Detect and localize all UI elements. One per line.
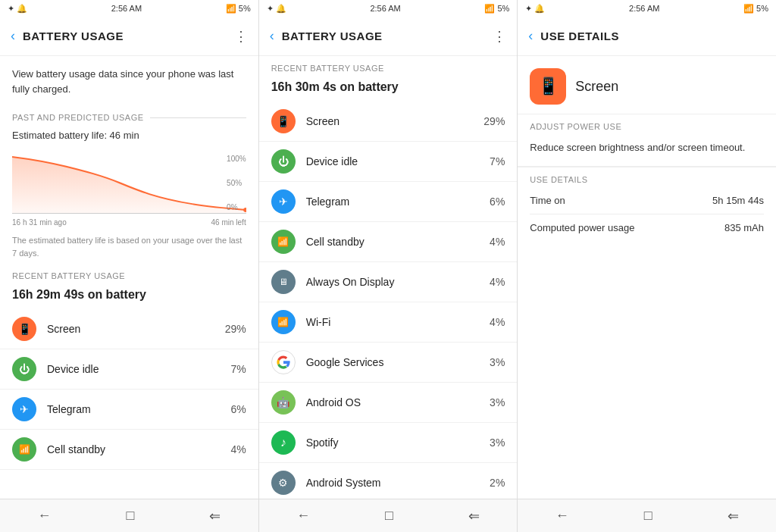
- panel1-more-button[interactable]: ⋮: [234, 28, 248, 45]
- app-item-aod-p2[interactable]: 🖥 Always On Display 4%: [259, 262, 518, 302]
- status-right-battery: 📶 5%: [743, 4, 768, 14]
- computed-power-label: Computed power usage: [530, 222, 634, 233]
- panel1-title: BATTERY USAGE: [23, 30, 234, 42]
- time-on-value: 5h 15m 44s: [712, 195, 764, 206]
- app-item-screen-p2[interactable]: 📱 Screen 29%: [259, 102, 518, 142]
- wifi-pct-p2: 4%: [490, 316, 505, 328]
- google-pct-p2: 3%: [490, 356, 505, 368]
- panel1-back-button[interactable]: ‹: [11, 28, 15, 44]
- telegram-icon-p1: ✈: [12, 397, 36, 421]
- panel3-back-button[interactable]: ‹: [528, 28, 533, 44]
- status-bar: ✦ 🔔 2:56 AM 📶 5% ✦ 🔔 2:56 AM 📶 5% ✦ 🔔 2:…: [0, 0, 776, 17]
- panel2-back-button[interactable]: ‹: [270, 28, 274, 44]
- device-idle-pct-p2: 7%: [490, 155, 505, 167]
- time-on-row: Time on 5h 15m 44s: [518, 187, 776, 214]
- cell-standby-pct-p2: 4%: [490, 236, 505, 248]
- app-item-telegram-p1[interactable]: ✈ Telegram 6%: [0, 390, 258, 430]
- panel2-header: ‹ BATTERY USAGE ⋮: [259, 17, 518, 56]
- screen-name-p1: Screen: [47, 323, 225, 335]
- nav-bar-1: ← □ ⇐: [0, 499, 259, 532]
- status-left-battery: 📶 5%: [226, 4, 251, 14]
- screen-pct-p1: 29%: [225, 323, 246, 335]
- status-mid-time: 2:56 AM: [370, 4, 400, 13]
- nav-recent-3[interactable]: ⇐: [718, 502, 748, 530]
- panel-use-details: ‹ USE DETAILS 📱 Screen ADJUST POWER USE …: [518, 17, 776, 499]
- nav-recent-1[interactable]: ⇐: [200, 502, 230, 530]
- chart-svg: [12, 153, 246, 213]
- computed-power-value: 835 mAh: [724, 222, 764, 233]
- google-name-p2: Google Services: [306, 356, 490, 368]
- status-left-icons: ✦ 🔔: [8, 4, 27, 14]
- screen-pct-p2: 29%: [483, 115, 505, 127]
- chart-time-labels: 16 h 31 min ago 46 min left: [12, 217, 246, 233]
- panel1-header: ‹ BATTERY USAGE ⋮: [0, 17, 258, 56]
- panel2-title: BATTERY USAGE: [282, 30, 493, 42]
- estimated-life: Estimated battery life: 46 min: [0, 127, 258, 149]
- android-icon-p2: 🤖: [271, 390, 296, 415]
- app-item-wifi-p2[interactable]: 📶 Wi-Fi 4%: [259, 302, 518, 343]
- panel2-recent-time: 16h 30m 4s on battery: [259, 76, 518, 102]
- android-sys-pct-p2: 2%: [490, 477, 505, 489]
- panel-battery-overview: ‹ BATTERY USAGE ⋮ View battery usage dat…: [0, 17, 259, 499]
- chart-time-left: 16 h 31 min ago: [12, 218, 67, 227]
- app-item-cell-p2[interactable]: 📶 Cell standby 4%: [259, 222, 518, 262]
- app-item-device-idle-p2[interactable]: ⏻ Device idle 7%: [259, 142, 518, 182]
- status-bar-middle: ✦ 🔔 2:56 AM 📶 5%: [259, 0, 518, 17]
- adjust-power-label: ADJUST POWER USE: [518, 114, 776, 134]
- status-mid-battery: 📶 5%: [484, 4, 509, 14]
- status-bar-left: ✦ 🔔 2:56 AM 📶 5%: [0, 0, 259, 17]
- telegram-name-p2: Telegram: [306, 196, 490, 208]
- app-item-telegram-p2[interactable]: ✈ Telegram 6%: [259, 182, 518, 222]
- telegram-icon-p2: ✈: [271, 189, 296, 214]
- use-details-app-header: 📱 Screen: [518, 56, 776, 114]
- app-item-device-idle-p1[interactable]: ⏻ Device idle 7%: [0, 349, 258, 390]
- panel2-more-button[interactable]: ⋮: [493, 28, 506, 45]
- cell-standby-name-p2: Cell standby: [306, 236, 490, 248]
- google-icon-p2: [271, 350, 296, 374]
- chart-50: 50%: [227, 179, 246, 187]
- app-item-android-sys-p2[interactable]: ⚙ Android System 2%: [259, 463, 518, 499]
- intro-text: View battery usage data since your phone…: [0, 56, 258, 104]
- app-item-screen-p1[interactable]: 📱 Screen 29%: [0, 309, 258, 349]
- time-on-label: Time on: [530, 195, 565, 206]
- status-left-time: 2:56 AM: [111, 4, 142, 13]
- android-pct-p2: 3%: [490, 396, 505, 408]
- nav-home-1[interactable]: □: [117, 502, 143, 530]
- use-details-section-label: USE DETAILS: [518, 167, 776, 187]
- cell-standby-icon-p2: 📶: [271, 230, 296, 254]
- chart-labels: 100% 50% 0%: [227, 153, 246, 213]
- panel1-recent-label: RECENT BATTERY USAGE: [0, 267, 258, 283]
- nav-back-1[interactable]: ←: [28, 502, 60, 530]
- spotify-pct-p2: 3%: [490, 437, 505, 449]
- estimated-note: The estimated battery life is based on y…: [0, 233, 258, 267]
- nav-bar-2: ← □ ⇐: [259, 499, 518, 532]
- screen-icon-large: 📱: [530, 68, 566, 105]
- app-item-cell-p1[interactable]: 📶 Cell standby 4%: [0, 430, 258, 470]
- app-item-android-p2[interactable]: 🤖 Android OS 3%: [259, 383, 518, 423]
- aod-pct-p2: 4%: [490, 276, 505, 288]
- telegram-name-p1: Telegram: [47, 403, 230, 415]
- status-right-time: 2:56 AM: [629, 4, 659, 13]
- panel1-app-list: 📱 Screen 29% ⏻ Device idle 7% ✈ Telegram…: [0, 309, 258, 470]
- device-idle-pct-p1: 7%: [230, 363, 246, 375]
- app-item-spotify-p2[interactable]: ♪ Spotify 3%: [259, 423, 518, 463]
- panel3-content: 📱 Screen ADJUST POWER USE Reduce screen …: [518, 56, 776, 499]
- app-item-google-p2[interactable]: Google Services 3%: [259, 343, 518, 383]
- status-right-icons: ✦ 🔔: [525, 4, 545, 14]
- nav-home-2[interactable]: □: [376, 502, 402, 530]
- panel3-header: ‹ USE DETAILS: [518, 17, 776, 56]
- chart-0: 0%: [227, 203, 246, 211]
- adjust-power-text: Reduce screen brightness and/or screen t…: [518, 134, 776, 166]
- aod-name-p2: Always On Display: [306, 276, 490, 288]
- wifi-icon-p2: 📶: [271, 310, 296, 334]
- device-idle-name-p2: Device idle: [306, 155, 490, 167]
- cell-standby-name-p1: Cell standby: [47, 443, 230, 455]
- nav-back-3[interactable]: ←: [546, 502, 578, 530]
- nav-back-2[interactable]: ←: [287, 502, 319, 530]
- nav-home-3[interactable]: □: [635, 502, 662, 530]
- nav-recent-2[interactable]: ⇐: [459, 502, 489, 530]
- panel2-content: RECENT BATTERY USAGE 16h 30m 4s on batte…: [259, 56, 518, 499]
- nav-bar-3: ← □ ⇐: [518, 499, 776, 532]
- battery-chart: 100% 50% 0%: [12, 153, 246, 214]
- status-bar-right: ✦ 🔔 2:56 AM 📶 5%: [518, 0, 776, 17]
